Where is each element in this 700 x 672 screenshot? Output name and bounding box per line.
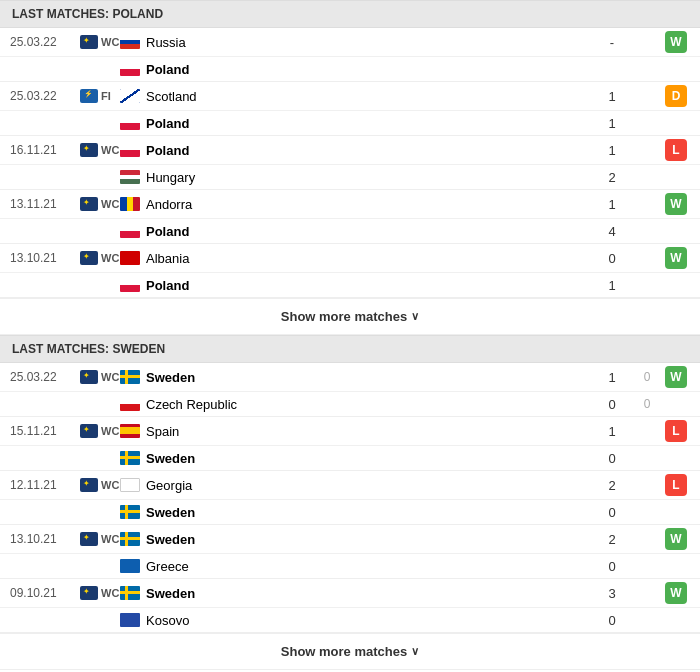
match-row-team1: 25.03.22 FI Scotland 1 D xyxy=(0,82,700,111)
team1-score: - xyxy=(592,35,632,50)
match-pair: 13.10.21 WC Sweden 2 W Greece 0 xyxy=(0,525,700,579)
match-pair: 16.11.21 WC Poland 1 L Hungary 2 xyxy=(0,136,700,190)
team1-score: 1 xyxy=(592,197,632,212)
result-badge-col: L xyxy=(662,139,690,161)
match-date: 12.11.21 xyxy=(10,478,80,492)
team2-score: 1 xyxy=(592,116,632,131)
show-more-label: Show more matches xyxy=(281,644,407,659)
match-pair: 25.03.22 FI Scotland 1 D Poland 1 xyxy=(0,82,700,136)
team2-col: Sweden xyxy=(120,505,592,520)
match-row-team2: Greece 0 xyxy=(0,554,700,578)
team2-score: 1 xyxy=(592,278,632,293)
result-badge: L xyxy=(665,474,687,496)
chevron-down-icon: ∨ xyxy=(411,645,419,658)
team1-col: Spain xyxy=(120,424,592,439)
show-more-button[interactable]: Show more matches ∨ xyxy=(281,309,419,324)
comp-label: WC xyxy=(101,533,119,545)
match-pair: 15.11.21 WC Spain 1 L Sweden 0 xyxy=(0,417,700,471)
comp-label: WC xyxy=(101,371,119,383)
team1-flag xyxy=(120,370,140,384)
team2-col: Hungary xyxy=(120,170,592,185)
match-date: 16.11.21 xyxy=(10,143,80,157)
team2-flag xyxy=(120,397,140,411)
team2-col: Czech Republic xyxy=(120,397,592,412)
team2-col: Poland xyxy=(120,116,592,131)
result-badge: W xyxy=(665,31,687,53)
match-comp: WC xyxy=(80,35,120,49)
team1-name: Poland xyxy=(146,143,189,158)
match-date: 13.10.21 xyxy=(10,532,80,546)
team1-name: Sweden xyxy=(146,370,195,385)
section-header-poland: LAST MATCHES: POLAND xyxy=(0,0,700,28)
match-comp: FI xyxy=(80,89,120,103)
match-row-team1: 09.10.21 WC Sweden 3 W xyxy=(0,579,700,608)
team2-name: Sweden xyxy=(146,505,195,520)
comp-label: WC xyxy=(101,36,119,48)
team2-name: Poland xyxy=(146,224,189,239)
team2-score: 0 xyxy=(592,613,632,628)
team1-col: Sweden xyxy=(120,370,592,385)
match-comp: WC xyxy=(80,586,120,600)
team2-name: Czech Republic xyxy=(146,397,237,412)
team1-name: Russia xyxy=(146,35,186,50)
team2-score-extra: 0 xyxy=(632,397,662,411)
match-row-team1: 12.11.21 WC Georgia 2 L xyxy=(0,471,700,500)
match-row-team1: 16.11.21 WC Poland 1 L xyxy=(0,136,700,165)
match-pair: 25.03.22 WC Sweden 10 W Czech Republic 0… xyxy=(0,363,700,417)
result-badge: W xyxy=(665,582,687,604)
match-comp: WC xyxy=(80,197,120,211)
team1-name: Sweden xyxy=(146,586,195,601)
show-more-button[interactable]: Show more matches ∨ xyxy=(281,644,419,659)
match-comp: WC xyxy=(80,251,120,265)
show-more-label: Show more matches xyxy=(281,309,407,324)
comp-label: FI xyxy=(101,90,111,102)
team2-flag xyxy=(120,278,140,292)
team2-name: Kosovo xyxy=(146,613,189,628)
match-row-team2: Sweden 0 xyxy=(0,446,700,470)
match-row-team1: 15.11.21 WC Spain 1 L xyxy=(0,417,700,446)
match-row-team1: 13.11.21 WC Andorra 1 W xyxy=(0,190,700,219)
match-comp: WC xyxy=(80,532,120,546)
show-more-container: Show more matches ∨ xyxy=(0,633,700,670)
team1-name: Scotland xyxy=(146,89,197,104)
team2-flag xyxy=(120,505,140,519)
team2-col: Kosovo xyxy=(120,613,592,628)
team2-name: Hungary xyxy=(146,170,195,185)
result-badge: L xyxy=(665,139,687,161)
team1-flag xyxy=(120,251,140,265)
team1-col: Andorra xyxy=(120,197,592,212)
team1-flag xyxy=(120,478,140,492)
match-row-team1: 13.10.21 WC Albania 0 W xyxy=(0,244,700,273)
chevron-down-icon: ∨ xyxy=(411,310,419,323)
match-row-team2: Kosovo 0 xyxy=(0,608,700,632)
team1-score: 3 xyxy=(592,586,632,601)
team2-score: 0 xyxy=(592,451,632,466)
result-badge: D xyxy=(665,85,687,107)
section-header-sweden: LAST MATCHES: SWEDEN xyxy=(0,335,700,363)
comp-label: WC xyxy=(101,479,119,491)
result-badge-col: W xyxy=(662,193,690,215)
team2-name: Poland xyxy=(146,62,189,77)
team1-flag xyxy=(120,532,140,546)
team2-flag xyxy=(120,451,140,465)
team1-score: 1 xyxy=(592,370,632,385)
team1-name: Albania xyxy=(146,251,189,266)
team1-col: Scotland xyxy=(120,89,592,104)
team2-flag xyxy=(120,559,140,573)
team1-flag xyxy=(120,35,140,49)
result-badge: W xyxy=(665,193,687,215)
match-row-team1: 25.03.22 WC Russia - W xyxy=(0,28,700,57)
match-row-team2: Sweden 0 xyxy=(0,500,700,524)
match-comp: WC xyxy=(80,478,120,492)
result-badge-col: L xyxy=(662,420,690,442)
team2-score: 4 xyxy=(592,224,632,239)
result-badge: W xyxy=(665,366,687,388)
team2-score: 0 xyxy=(592,397,632,412)
match-date: 25.03.22 xyxy=(10,35,80,49)
team1-col: Sweden xyxy=(120,586,592,601)
match-date: 13.11.21 xyxy=(10,197,80,211)
match-pair: 09.10.21 WC Sweden 3 W Kosovo 0 xyxy=(0,579,700,633)
team2-name: Poland xyxy=(146,278,189,293)
team1-col: Poland xyxy=(120,143,592,158)
team1-score: 1 xyxy=(592,89,632,104)
